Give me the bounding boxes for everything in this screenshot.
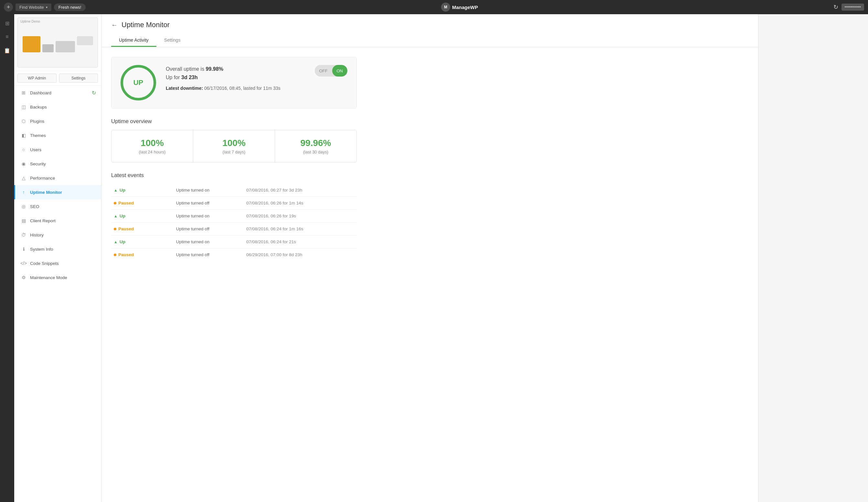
up-arrow-icon: ▲	[114, 240, 118, 244]
table-row: ▲Up Uptime turned on 07/08/2016, 06:27 f…	[111, 184, 357, 197]
logo-text: ManageWP	[452, 4, 478, 10]
preview-block-3	[55, 41, 75, 52]
sidebar-item-label: System Info	[30, 247, 53, 252]
icon-sidebar: ⊞ ≡ 📋	[0, 14, 14, 502]
system-info-icon: ℹ	[20, 246, 27, 252]
main-sidebar: Uptime Demo WP Admin Settings ⊞ Dashboar…	[14, 14, 102, 502]
wp-admin-button[interactable]: WP Admin	[18, 74, 56, 83]
add-site-button[interactable]: +	[4, 3, 13, 12]
site-preview-content	[19, 30, 96, 55]
preview-block-2	[42, 44, 54, 52]
sidebar-item-label: Client Report	[30, 218, 55, 223]
event-status-label: Up	[120, 239, 125, 244]
users-icon: ○	[20, 146, 27, 153]
back-button[interactable]: ←	[111, 21, 118, 29]
event-status-label: Up	[120, 188, 125, 192]
dashboard-icon: ⊞	[20, 90, 27, 96]
preview-block-4	[77, 36, 93, 45]
sidebar-item-maintenance-mode[interactable]: ⚙ Maintenance Mode	[14, 270, 101, 285]
site-preview-label: Uptime Demo	[20, 20, 40, 23]
right-panel	[758, 14, 868, 502]
topbar-center: M ManageWP	[90, 3, 829, 12]
event-desc: Uptime turned on	[176, 213, 210, 218]
upfor-prefix: Up for	[166, 75, 181, 80]
status-upfor-line: Up for 3d 23h	[166, 75, 305, 81]
paused-dot-icon	[114, 202, 116, 205]
event-status-paused: Paused	[114, 201, 171, 206]
page-title: Uptime Monitor	[122, 21, 170, 29]
topbar-right: ↻ ••••••••••••	[834, 3, 864, 11]
sidebar-item-backups[interactable]: ◫ Backups	[14, 100, 101, 114]
downtime-prefix: Latest downtime:	[166, 86, 204, 91]
sidebar-item-label: History	[30, 233, 44, 238]
overview-label-30d: (last 30 days)	[283, 149, 349, 154]
main-content: ← Uptime Monitor Uptime Activity Setting…	[102, 14, 758, 502]
sidebar-item-label: Uptime Monitor	[30, 190, 62, 195]
sidebar-nav: ⊞ Dashboard ↻ ◫ Backups ⬡ Plugins ◧ Them…	[14, 86, 101, 502]
sidebar-item-performance[interactable]: △ Performance	[14, 171, 101, 185]
event-time: 07/08/2016, 06:27 for 3d 23h	[246, 188, 302, 192]
sidebar-item-users[interactable]: ○ Users	[14, 143, 101, 157]
icon-sidebar-docs-button[interactable]: 📋	[1, 44, 13, 56]
tab-settings[interactable]: Settings	[156, 34, 188, 47]
toggle-off-label: OFF	[315, 65, 332, 76]
find-website-button[interactable]: Find Website ▾	[16, 3, 51, 11]
sidebar-item-client-report[interactable]: ▤ Client Report	[14, 213, 101, 228]
status-info: Overall uptime is 99.98% Up for 3d 23h L…	[166, 65, 305, 91]
tab-uptime-activity[interactable]: Uptime Activity	[111, 34, 156, 47]
sidebar-item-themes[interactable]: ◧ Themes	[14, 128, 101, 143]
table-row: Paused Uptime turned off 06/29/2016, 07:…	[111, 248, 357, 261]
uptime-monitor-icon: ↑	[20, 189, 27, 196]
settings-quick-button[interactable]: Settings	[59, 74, 98, 83]
site-preview: Uptime Demo	[14, 14, 101, 71]
page-header-top: ← Uptime Monitor	[111, 21, 748, 29]
backups-icon: ◫	[20, 104, 27, 110]
up-arrow-icon: ▲	[114, 188, 118, 192]
event-desc: Uptime turned off	[176, 201, 209, 206]
event-status-paused: Paused	[114, 252, 171, 257]
sidebar-item-label: Security	[30, 161, 46, 166]
topbar: + Find Website ▾ Fresh news! M ManageWP …	[0, 0, 868, 14]
event-desc: Uptime turned off	[176, 252, 209, 257]
sidebar-item-label: Themes	[30, 133, 46, 138]
sidebar-item-system-info[interactable]: ℹ System Info	[14, 242, 101, 256]
overview-grid: 100% (last 24 hours) 100% (last 7 days) …	[111, 130, 357, 163]
event-status-label: Paused	[118, 252, 134, 257]
event-status-up: ▲Up	[114, 239, 171, 244]
sidebar-item-seo[interactable]: ◎ SEO	[14, 199, 101, 213]
paused-dot-icon	[114, 228, 116, 230]
event-status-paused: Paused	[114, 227, 171, 231]
performance-icon: △	[20, 175, 27, 181]
fresh-news-button[interactable]: Fresh news!	[54, 3, 86, 11]
overall-pct: 99.98%	[206, 66, 223, 72]
sidebar-item-code-snippets[interactable]: </> Code Snippets	[14, 256, 101, 270]
themes-icon: ◧	[20, 132, 27, 138]
icon-sidebar-activity-button[interactable]: ≡	[1, 31, 13, 43]
user-menu-button[interactable]: ••••••••••••	[841, 3, 864, 11]
sidebar-item-security[interactable]: ◉ Security	[14, 157, 101, 171]
maintenance-mode-icon: ⚙	[20, 274, 27, 281]
sidebar-item-label: Dashboard	[30, 91, 51, 95]
event-time: 06/29/2016, 07:00 for 8d 23h	[246, 252, 302, 257]
refresh-button[interactable]: ↻	[834, 3, 838, 11]
event-status-up: ▲Up	[114, 213, 171, 218]
paused-dot-icon	[114, 254, 116, 256]
sidebar-item-uptime-monitor[interactable]: ↑ Uptime Monitor	[14, 185, 101, 199]
toggle-container: OFF ON	[315, 65, 348, 76]
sidebar-item-plugins[interactable]: ⬡ Plugins	[14, 114, 101, 128]
up-arrow-icon: ▲	[114, 214, 118, 218]
upfor-value: 3d 23h	[181, 75, 198, 80]
uptime-toggle[interactable]: OFF ON	[315, 65, 348, 76]
sidebar-item-dashboard[interactable]: ⊞ Dashboard ↻	[14, 86, 101, 100]
layout: ⊞ ≡ 📋 Uptime Demo WP Admin Settings ⊞	[0, 14, 868, 502]
seo-icon: ◎	[20, 203, 27, 210]
overview-label-7d: (last 7 days)	[201, 149, 267, 154]
sidebar-item-history[interactable]: ⏱ History	[14, 228, 101, 242]
overview-pct-7d: 100%	[201, 138, 267, 148]
tabs: Uptime Activity Settings	[111, 34, 748, 47]
icon-sidebar-home-button[interactable]: ⊞	[1, 18, 13, 29]
code-snippets-icon: </>	[20, 260, 27, 266]
downtime-value: 06/17/2016, 08:45, lasted for 11m 33s	[204, 86, 280, 91]
table-row: ▲Up Uptime turned on 07/08/2016, 06:24 f…	[111, 236, 357, 248]
security-icon: ◉	[20, 160, 27, 167]
